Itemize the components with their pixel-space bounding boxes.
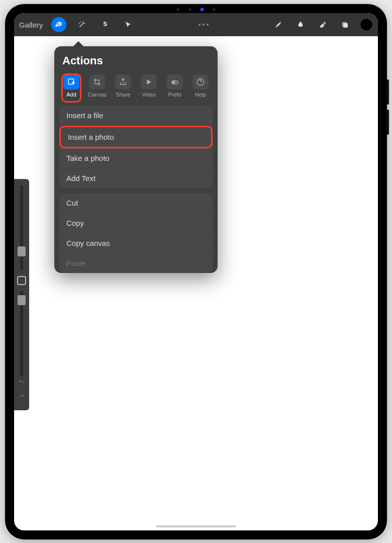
menu-cut[interactable]: Cut [59,193,213,213]
color-picker-disc[interactable] [360,18,373,31]
opacity-slider[interactable] [20,291,23,376]
menu-take-photo[interactable]: Take a photo [59,148,213,168]
transform-arrow-icon[interactable] [121,17,136,32]
ipad-frame: Gallery [5,4,387,539]
tab-label: Help [195,92,207,98]
gallery-button[interactable]: Gallery [19,21,43,29]
actions-wrench-icon[interactable] [51,17,66,32]
layers-icon[interactable] [338,18,352,32]
tab-label: Share [116,92,130,98]
menu-copy[interactable]: Copy [59,213,213,233]
highlight-ring [61,73,81,103]
popover-arrow [73,41,83,46]
share-icon [115,74,131,89]
eraser-icon[interactable] [316,18,330,32]
menu-paste: Paste [59,253,213,273]
tab-help[interactable]: Help [189,74,212,98]
menu-insert-photo[interactable]: Insert a photo [59,126,213,148]
modify-square-button[interactable] [17,276,26,285]
top-toolbar: Gallery [14,13,378,36]
canvas-crop-icon [89,74,105,89]
actions-popover: Actions Add Canvas [54,41,218,281]
side-slider-panel [14,179,29,410]
volume-up-button[interactable] [386,79,389,105]
brush-size-slider[interactable] [20,185,23,270]
tab-label: Video [142,92,156,98]
tab-prefs[interactable]: Prefs [164,74,186,98]
menu-copy-canvas[interactable]: Copy canvas [59,233,213,253]
front-camera-cluster [166,7,226,12]
redo-icon[interactable] [18,392,26,402]
tab-video[interactable]: Video [138,74,160,98]
menu-add-text[interactable]: Add Text [59,168,213,188]
volume-down-button[interactable] [386,110,389,135]
tab-label: Prefs [168,92,181,98]
menu-insert-file[interactable]: Insert a file [59,106,213,126]
help-question-icon [192,74,209,89]
home-indicator[interactable] [156,525,236,527]
screen: Gallery [14,13,378,530]
tab-share[interactable]: Share [112,74,134,98]
prefs-toggle-icon [167,74,183,89]
brush-icon[interactable] [271,18,285,32]
adjustments-wand-icon[interactable] [74,17,89,32]
actions-tab-row: Add Canvas Share [59,74,213,98]
selection-s-icon[interactable] [97,17,113,32]
svg-rect-1 [343,23,348,28]
popover-title: Actions [62,54,210,67]
video-play-icon [141,74,157,89]
tab-canvas[interactable]: Canvas [86,74,108,98]
multitask-dots-icon[interactable] [199,24,209,26]
tab-label: Canvas [88,92,107,98]
tab-add[interactable]: Add [60,74,82,98]
svg-point-4 [172,81,175,84]
undo-icon[interactable] [18,378,26,388]
clipboard-section: Cut Copy Copy canvas Paste [59,193,213,273]
smudge-icon[interactable] [293,18,308,32]
add-section: Insert a file Insert a photo Take a phot… [59,106,213,188]
